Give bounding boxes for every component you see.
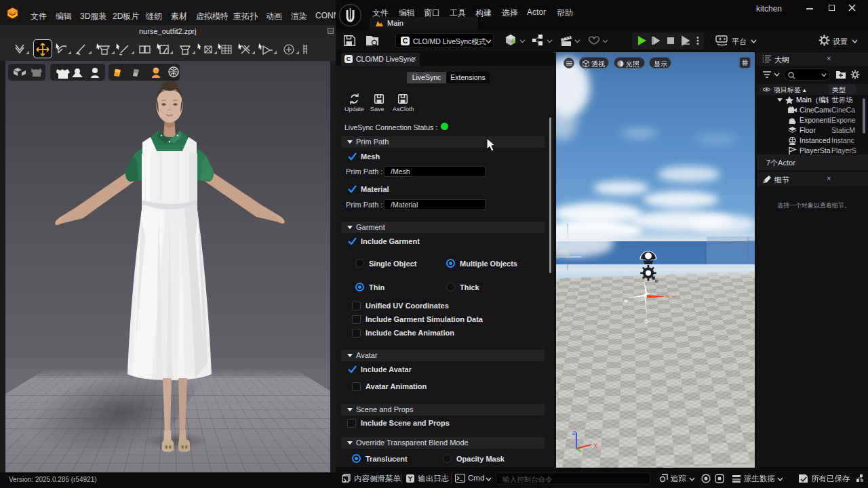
svg-text:X: X (593, 443, 597, 449)
svg-text:Z: Z (572, 430, 576, 436)
